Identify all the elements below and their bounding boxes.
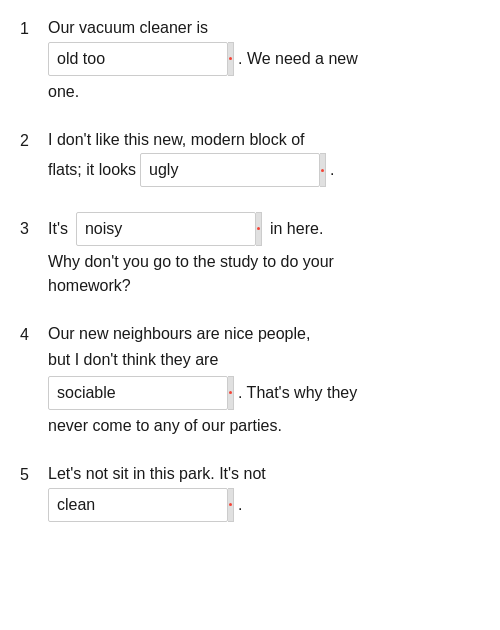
- exercise-1-suffix: . We need a new: [238, 47, 358, 71]
- exercise-2-suffix: .: [330, 158, 334, 182]
- exercise-4-input[interactable]: [48, 376, 228, 410]
- drag-dot: [257, 227, 260, 230]
- exercise-1-text: Our vacuum cleaner is: [48, 16, 208, 40]
- item-number-5: 5: [20, 462, 40, 488]
- drag-dot: [229, 391, 232, 394]
- exercise-3-input-wrapper: [76, 212, 262, 246]
- exercise-2-text: I don't like this new, modern block of: [48, 128, 305, 152]
- exercise-3-input[interactable]: [76, 212, 256, 246]
- drag-dot: [229, 57, 232, 60]
- exercise-item-3: 3 It's in here. Why don't you go to the …: [20, 211, 480, 298]
- exercise-2-drag-handle[interactable]: [320, 153, 326, 187]
- exercise-5-input-wrapper: [48, 488, 234, 522]
- exercise-5-suffix: .: [238, 493, 242, 517]
- exercise-4-text: Our new neighbours are nice people,: [48, 322, 310, 346]
- exercise-1-drag-handle[interactable]: [228, 42, 234, 76]
- exercise-5-answer-line: .: [48, 488, 480, 522]
- exercise-4-header: 4 Our new neighbours are nice people,: [20, 322, 480, 348]
- exercise-5-drag-handle[interactable]: [228, 488, 234, 522]
- exercise-2-input-wrapper: [140, 153, 326, 187]
- exercise-3-answer-line: 3 It's in here.: [20, 211, 480, 246]
- exercise-2-prefix: flats; it looks: [48, 158, 136, 182]
- exercise-4-input-wrapper: [48, 376, 234, 410]
- exercise-2-input[interactable]: [140, 153, 320, 187]
- exercise-4-middle-line: but I don't think they are: [48, 348, 480, 372]
- exercise-4-continuation: never come to any of our parties.: [48, 414, 480, 438]
- exercise-4-prefix: but I don't think they are: [48, 348, 218, 372]
- exercise-item-5: 5 Let's not sit in this park. It's not .: [20, 462, 480, 522]
- drag-dot: [229, 503, 232, 506]
- exercise-5-header: 5 Let's not sit in this park. It's not: [20, 462, 480, 488]
- item-number-1: 1: [20, 16, 40, 42]
- exercise-1-input[interactable]: [48, 42, 228, 76]
- exercise-5-input[interactable]: [48, 488, 228, 522]
- exercise-3-drag-handle[interactable]: [256, 212, 262, 246]
- exercise-3-continuation: Why don't you go to the study to do your…: [48, 250, 480, 298]
- exercise-3-prefix: It's: [48, 217, 68, 241]
- exercise-item-1: 1 Our vacuum cleaner is . We need a new …: [20, 16, 480, 104]
- exercise-item-4: 4 Our new neighbours are nice people, bu…: [20, 322, 480, 438]
- exercise-1-continuation: one.: [48, 80, 480, 104]
- exercise-1-answer-line: . We need a new: [48, 42, 480, 76]
- exercise-5-text: Let's not sit in this park. It's not: [48, 462, 266, 486]
- exercise-4-answer-line: . That's why they: [48, 376, 480, 410]
- drag-dot: [321, 169, 324, 172]
- item-number-3: 3: [20, 211, 40, 246]
- exercise-4-drag-handle[interactable]: [228, 376, 234, 410]
- exercise-1-header: 1 Our vacuum cleaner is: [20, 16, 480, 42]
- exercise-3-continuation-text: Why don't you go to the study to do your: [48, 253, 334, 270]
- item-number-2: 2: [20, 128, 40, 154]
- exercise-2-header: 2 I don't like this new, modern block of: [20, 128, 480, 154]
- exercise-3-suffix: in here.: [270, 217, 323, 241]
- exercise-1-input-wrapper: [48, 42, 234, 76]
- exercise-4-suffix: . That's why they: [238, 381, 357, 405]
- item-number-4: 4: [20, 322, 40, 348]
- exercise-2-answer-line: flats; it looks .: [48, 153, 480, 187]
- exercise-3-continuation-text2: homework?: [48, 277, 131, 294]
- exercise-item-2: 2 I don't like this new, modern block of…: [20, 128, 480, 188]
